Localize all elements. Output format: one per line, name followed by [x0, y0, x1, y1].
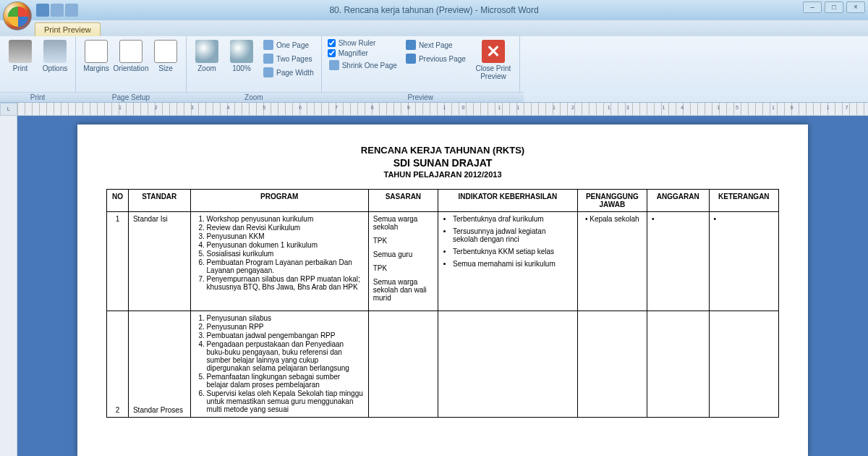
magnifier-checkbox[interactable]: Magnifier — [326, 48, 400, 58]
page-width-icon — [263, 67, 273, 77]
th-indikator: INDIKATOR KEBERHASILAN — [438, 190, 578, 212]
th-program: PROGRAM — [190, 190, 368, 212]
doc-title: RENCANA KERJA TAHUNAN (RKTS) — [106, 145, 779, 156]
doc-subtitle-1: SDI SUNAN DRAJAT — [106, 157, 779, 169]
one-page-button[interactable]: One Page — [260, 38, 317, 51]
one-page-icon — [263, 40, 273, 50]
margins-icon — [85, 40, 108, 63]
group-zoom-label: Zoom — [182, 92, 326, 102]
th-no: NO — [107, 190, 129, 212]
zoom-icon — [195, 40, 218, 63]
ruler-corner: L — [0, 103, 17, 116]
group-print-label: Print — [0, 92, 80, 102]
th-standar: STANDAR — [128, 190, 190, 212]
minimize-button[interactable]: – — [803, 1, 822, 13]
next-page-button[interactable]: Next Page — [403, 38, 469, 51]
two-pages-button[interactable]: Two Pages — [260, 52, 317, 65]
shrink-one-page-button[interactable]: Shrink One Page — [326, 59, 400, 72]
qat-save-icon[interactable] — [36, 4, 49, 17]
size-icon — [154, 40, 177, 63]
th-anggaran: ANGGARAN — [647, 190, 709, 212]
page-width-button[interactable]: Page Width — [260, 66, 317, 79]
th-sasaran: SASARAN — [368, 190, 438, 212]
two-pages-icon — [263, 54, 273, 64]
ribbon: Print Options Print Margins Orientation … — [0, 36, 868, 103]
margins-button[interactable]: Margins — [80, 38, 112, 74]
previous-page-button[interactable]: Previous Page — [403, 52, 469, 65]
print-button[interactable]: Print — [4, 38, 36, 74]
options-button[interactable]: Options — [39, 38, 71, 74]
maximize-button[interactable]: □ — [825, 1, 843, 13]
window-title: 80. Rencana kerja tahunan (Preview) - Mi… — [329, 5, 538, 15]
document-page: RENCANA KERJA TAHUNAN (RKTS) SDI SUNAN D… — [77, 124, 808, 456]
qat-redo-icon[interactable] — [65, 4, 78, 17]
close-icon — [482, 40, 505, 63]
close-preview-button[interactable]: Close Print Preview — [472, 38, 515, 82]
orientation-button[interactable]: Orientation — [115, 38, 147, 74]
vertical-ruler[interactable] — [0, 116, 17, 456]
group-pagesetup-label: Page Setup — [72, 92, 190, 102]
tab-print-preview[interactable]: Print Preview — [35, 22, 101, 36]
quick-access-toolbar — [36, 4, 78, 17]
zoom-button[interactable]: Zoom — [191, 38, 223, 74]
orientation-icon — [119, 40, 142, 63]
th-ket: KETERANGAN — [709, 190, 778, 212]
horizontal-ruler[interactable]: 1 2 3 4 5 6 7 8 9 10 11 12 13 14 15 16 1… — [17, 103, 868, 116]
options-icon — [43, 40, 67, 63]
table-row: 1Standar IsiWorkshop penyusunan kurikulu… — [107, 212, 779, 311]
office-button[interactable] — [3, 1, 32, 30]
th-pj: PENANGGUNG JAWAB — [577, 190, 647, 212]
shrink-icon — [329, 60, 339, 70]
qat-undo-icon[interactable] — [51, 4, 64, 17]
size-button[interactable]: Size — [150, 38, 182, 74]
next-page-icon — [406, 40, 416, 50]
table-row: 2Standar ProsesPenyusunan silabusPenyusu… — [107, 311, 779, 418]
zoom-100-button[interactable]: 100% — [226, 38, 258, 74]
print-icon — [9, 40, 32, 63]
zoom-100-icon — [230, 40, 253, 63]
doc-subtitle-2: TAHUN PELAJARAN 2012/2013 — [106, 170, 779, 179]
show-ruler-checkbox[interactable]: Show Ruler — [326, 38, 400, 48]
doc-table: NO STANDAR PROGRAM SASARAN INDIKATOR KEB… — [106, 189, 779, 418]
page-area[interactable]: RENCANA KERJA TAHUNAN (RKTS) SDI SUNAN D… — [17, 116, 868, 456]
previous-page-icon — [406, 54, 416, 64]
group-preview-label: Preview — [318, 92, 524, 102]
close-window-button[interactable]: × — [846, 1, 865, 13]
